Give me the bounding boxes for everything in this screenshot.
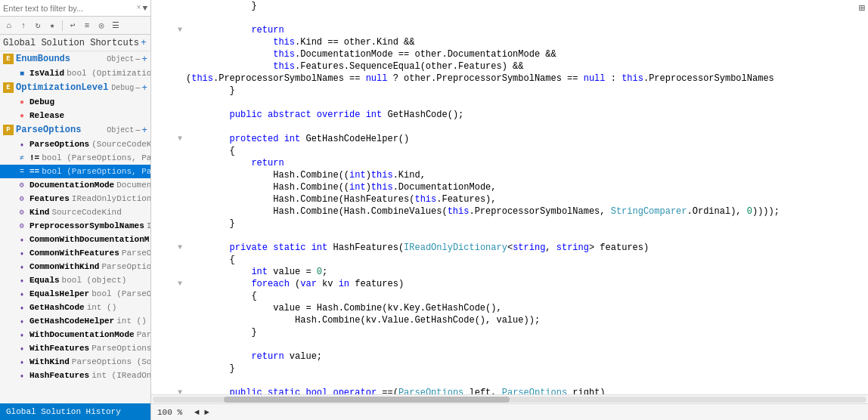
parseoptions-ctor-type: (SourceCodeKind, D bbox=[91, 140, 150, 149]
debug-icon: ● bbox=[17, 97, 27, 107]
code-line: } bbox=[151, 326, 868, 338]
code-line: { bbox=[151, 145, 868, 157]
isvalid-item[interactable]: ■ IsValid bool (OptimizationLevel) bbox=[0, 66, 150, 80]
filter-bar: × ▼ bbox=[0, 0, 150, 17]
withdocmode-name: WithDocumentationMode bbox=[29, 330, 135, 339]
code-line: ▼ return bbox=[151, 24, 868, 36]
gethashcode-item[interactable]: ⬧ GetHashCode int () bbox=[0, 301, 150, 314]
equalshelper-item[interactable]: ⬧ EqualsHelper bool (ParseOptions) bbox=[0, 287, 150, 301]
enumbounds-collapse[interactable]: — bbox=[135, 55, 140, 63]
equalshelper-icon: ⬧ bbox=[17, 289, 27, 299]
docmode-item[interactable]: ⚙ DocumentationMode Document bbox=[0, 178, 150, 192]
release-item[interactable]: ● Release bbox=[0, 109, 150, 122]
zoom-level[interactable]: 100 % bbox=[157, 408, 182, 417]
code-text: { bbox=[186, 290, 868, 302]
filter-input[interactable] bbox=[3, 4, 136, 13]
line-expand[interactable]: ▼ bbox=[174, 387, 186, 394]
tree-list[interactable]: E EnumBounds Object — + ■ IsValid bool (… bbox=[0, 51, 150, 403]
commonwithkind-name: CommonWithKind bbox=[29, 262, 99, 271]
menu-icon[interactable]: ☰ bbox=[110, 20, 122, 32]
undo-icon[interactable]: ↩ bbox=[67, 20, 79, 32]
eq-name: == bbox=[29, 167, 39, 176]
neq-item[interactable]: ≠ != bool (ParseOptions, ParseOptions bbox=[0, 151, 150, 165]
enumbounds-icon: E bbox=[6, 55, 10, 63]
withkind-type: ParseOptions (SourceCo bbox=[72, 357, 150, 366]
isvalid-type: bool (OptimizationLevel) bbox=[67, 69, 150, 78]
line-expand[interactable]: ▼ bbox=[174, 133, 186, 145]
code-line bbox=[151, 12, 868, 24]
preprocessorsymnames-item[interactable]: ⚙ PreprocessorSymbolNames IEnu bbox=[0, 219, 150, 233]
equals-item[interactable]: ⬧ Equals bool (object) bbox=[0, 273, 150, 287]
code-line: } bbox=[151, 0, 868, 12]
kind-item[interactable]: ⚙ Kind SourceCodeKind bbox=[0, 205, 150, 219]
features-item[interactable]: ⚙ Features IReadOnlyDictionary<strin bbox=[0, 192, 150, 205]
list-icon[interactable]: ≡ bbox=[81, 20, 93, 32]
editor-statusbar: 100 % ◄ ► bbox=[151, 403, 868, 420]
code-line: ▼ public static bool operator ==(ParseOp… bbox=[151, 387, 868, 394]
commonwithkind-type: ParseOptions bbox=[101, 262, 150, 271]
commonwithfeatures-item[interactable]: ⬧ CommonWithFeatures ParseOpti bbox=[0, 246, 150, 260]
gethashcode-icon: ⬧ bbox=[17, 302, 27, 313]
code-line bbox=[151, 230, 868, 242]
horizontal-scrollbar[interactable] bbox=[151, 394, 868, 403]
commonwithkind-item[interactable]: ⬧ CommonWithKind ParseOptions bbox=[0, 260, 150, 273]
code-text: Hash.Combine(kv.Value.GetHashCode(), val… bbox=[186, 314, 868, 326]
up-icon[interactable]: ↑ bbox=[17, 20, 29, 32]
filter-options-button[interactable]: ▼ bbox=[142, 4, 147, 13]
editor-container: ⊞ } ▼ bbox=[151, 0, 868, 420]
parseoptions-kind: Object bbox=[107, 126, 134, 134]
scrollbar-thumb[interactable] bbox=[224, 397, 510, 403]
optlevel-add[interactable]: + bbox=[141, 82, 147, 94]
optlevel-collapse[interactable]: — bbox=[135, 84, 140, 92]
withdocmode-icon: ⬧ bbox=[17, 329, 27, 340]
preprocessorsymnames-type: IEnu bbox=[147, 221, 150, 230]
eq-icon: = bbox=[17, 166, 27, 177]
withdocmode-item[interactable]: ⬧ WithDocumentationMode Parse bbox=[0, 328, 150, 341]
filter-clear-button[interactable]: × bbox=[136, 4, 141, 12]
optlevel-kind: Debug bbox=[111, 84, 134, 92]
parseoptions-ctor-item[interactable]: ⬧ ParseOptions (SourceCodeKind, D bbox=[0, 137, 150, 151]
home-icon[interactable]: ⌂ bbox=[3, 20, 15, 32]
hashfeatures-item[interactable]: ⬧ HashFeatures int (IReadOnlyDictio bbox=[0, 369, 150, 382]
add-shortcut-button[interactable]: + bbox=[141, 37, 147, 48]
enumbounds-add[interactable]: + bbox=[141, 54, 147, 65]
line-expand[interactable]: ▼ bbox=[174, 24, 186, 36]
code-line: public abstract override int GetHashCode… bbox=[151, 109, 868, 121]
commonwithfeatures-name: CommonWithFeatures bbox=[29, 249, 119, 258]
code-line: { bbox=[151, 254, 868, 266]
commonwithdoc-item[interactable]: ⬧ CommonWithDocumentationM bbox=[0, 233, 150, 246]
nav-arrows[interactable]: ◄ ► bbox=[194, 408, 209, 417]
refresh-icon[interactable]: ↻ bbox=[32, 20, 44, 32]
code-line: ▼ foreach (var kv in features) bbox=[151, 278, 868, 290]
code-text: } bbox=[186, 326, 868, 338]
code-line: this.Features.SequenceEqual(other.Featur… bbox=[151, 60, 868, 73]
editor-scroll[interactable]: ⊞ } ▼ bbox=[151, 0, 868, 394]
parseoptions-add[interactable]: + bbox=[141, 125, 147, 136]
target-icon[interactable]: ◎ bbox=[95, 20, 107, 32]
equalshelper-name: EqualsHelper bbox=[29, 289, 89, 298]
scrollbar-track[interactable] bbox=[153, 397, 866, 403]
withkind-icon: ⬧ bbox=[17, 357, 27, 367]
global-solution-header: Global Solution Shortcuts + bbox=[0, 35, 150, 51]
code-text: protected int GetHashCodeHelper() bbox=[186, 133, 868, 145]
withfeatures-item[interactable]: ⬧ WithFeatures ParseOptions (IEnum bbox=[0, 341, 150, 355]
parseoptions-collapse[interactable]: — bbox=[135, 126, 140, 134]
line-expand[interactable]: ▼ bbox=[174, 278, 186, 290]
code-text: return bbox=[186, 24, 868, 36]
code-text: value = Hash.Combine(kv.Key.GetHashCode(… bbox=[186, 302, 868, 314]
global-solution-title: Global Solution Shortcuts bbox=[3, 38, 139, 48]
gethashcodehelper-item[interactable]: ⬧ GetHashCodeHelper int () bbox=[0, 314, 150, 328]
pin-icon[interactable]: ⊞ bbox=[859, 2, 865, 14]
parseoptions-ctor-name: ParseOptions bbox=[29, 140, 89, 149]
withkind-item[interactable]: ⬧ WithKind ParseOptions (SourceCo bbox=[0, 355, 150, 369]
section-parseoptions[interactable]: P ParseOptions Object — + bbox=[0, 122, 150, 137]
line-expand[interactable]: ▼ bbox=[174, 242, 186, 254]
star-icon[interactable]: ★ bbox=[46, 20, 58, 32]
section-optimizationlevel[interactable]: E OptimizationLevel Debug — + bbox=[0, 80, 150, 95]
debug-item[interactable]: ● Debug bbox=[0, 95, 150, 109]
kind-name: Kind bbox=[29, 208, 49, 217]
release-name: Release bbox=[29, 111, 64, 120]
code-text: private static int HashFeatures(IReadOnl… bbox=[186, 242, 868, 254]
eq-item[interactable]: = == bool (ParseOptions, Parse bbox=[0, 165, 150, 178]
section-enumbounds[interactable]: E EnumBounds Object — + bbox=[0, 51, 150, 66]
